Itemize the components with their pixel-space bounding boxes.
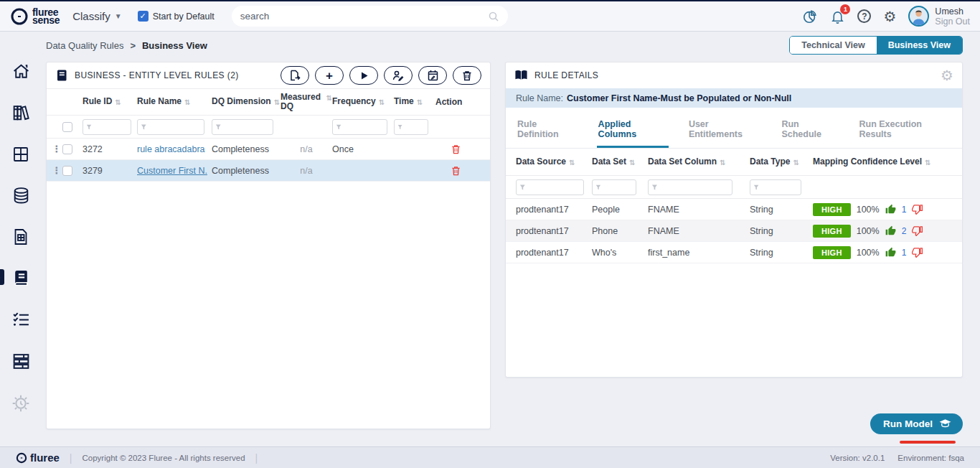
- business-view-button[interactable]: Business View: [877, 37, 962, 54]
- details-settings-icon[interactable]: ⚙: [941, 68, 953, 83]
- usage-chart-icon[interactable]: [802, 9, 818, 24]
- checklist-icon: [11, 310, 31, 329]
- sidebar-item-checklist[interactable]: [11, 310, 31, 329]
- add-rule-button[interactable]: +: [315, 66, 344, 85]
- delete-row-button[interactable]: [435, 144, 476, 154]
- funnel-icon: [141, 123, 147, 131]
- servers-icon: [11, 352, 31, 371]
- start-by-default-checkbox[interactable]: ✓: [138, 11, 149, 22]
- col-rule-id[interactable]: Rule ID: [83, 97, 112, 106]
- mapping-row[interactable]: prodtenant17 Who's first_name String HIG…: [506, 242, 962, 263]
- grid-icon: [11, 145, 30, 164]
- sort-icon[interactable]: ⇅: [274, 98, 280, 107]
- table-row[interactable]: ⋮ 3272 rule abracadabra Completeness n/a…: [47, 139, 490, 160]
- sort-icon[interactable]: ⇅: [184, 98, 190, 107]
- col-data-set-column[interactable]: Data Set Column: [648, 157, 717, 167]
- col-frequency[interactable]: Frequency: [332, 97, 376, 106]
- thumbs-up-icon[interactable]: [885, 247, 896, 258]
- export-button[interactable]: [281, 66, 309, 85]
- sidebar-item-library[interactable]: [11, 103, 31, 123]
- thumbs-up-icon[interactable]: [885, 204, 896, 215]
- sidebar-item-database[interactable]: [11, 186, 31, 205]
- mapping-row[interactable]: prodtenant17 People FNAME String HIGH 10…: [506, 199, 962, 220]
- tab-run-execution-results[interactable]: Run Execution Results: [857, 111, 952, 148]
- sidebar-item-settings-history[interactable]: [11, 393, 31, 413]
- footer: fluree | Copyright © 2023 Fluree - All r…: [0, 446, 980, 468]
- thumbs-down-icon[interactable]: [912, 204, 923, 215]
- filter-time-input[interactable]: [405, 123, 425, 131]
- module-selector[interactable]: Classify ▼: [72, 10, 121, 22]
- help-icon[interactable]: ?: [857, 9, 871, 23]
- sidebar-item-rules-book[interactable]: ›: [11, 268, 31, 288]
- filter-rule-name-input[interactable]: [149, 123, 201, 131]
- row-menu-icon[interactable]: ⋮: [51, 165, 62, 176]
- mapping-row[interactable]: prodtenant17 Phone FNAME String HIGH 100…: [506, 220, 962, 242]
- sort-icon[interactable]: ⇅: [629, 158, 635, 167]
- col-measured-dq[interactable]: Measured DQ: [281, 93, 324, 111]
- row-checkbox[interactable]: [62, 166, 72, 176]
- confidence-badge: HIGH: [813, 225, 851, 238]
- rule-name-link[interactable]: Customer First N.: [137, 166, 212, 176]
- funnel-icon: [753, 184, 759, 191]
- table-row-selected[interactable]: ⋮ 3279 Customer First N. Completeness n/…: [47, 160, 490, 182]
- delete-row-button[interactable]: [435, 166, 476, 176]
- sort-icon[interactable]: ⇅: [720, 158, 725, 167]
- sort-icon[interactable]: ⇅: [379, 98, 385, 107]
- sidebar-item-servers[interactable]: [11, 352, 31, 371]
- technical-view-button[interactable]: Technical View: [790, 37, 876, 54]
- delete-rules-button[interactable]: [453, 66, 481, 85]
- row-menu-icon[interactable]: ⋮: [51, 144, 62, 154]
- play-icon: [359, 71, 369, 80]
- settings-gear-icon[interactable]: ⚙: [883, 9, 896, 24]
- breadcrumb-parent[interactable]: Data Quality Rules: [46, 40, 123, 51]
- filter-data-set-input[interactable]: [603, 183, 633, 192]
- fluree-logo-icon: [10, 7, 29, 26]
- sign-out-link[interactable]: Sign Out: [935, 17, 970, 27]
- avatar[interactable]: [908, 6, 929, 27]
- tab-applied-columns[interactable]: Applied Columns: [597, 111, 669, 148]
- filter-frequency-input[interactable]: [344, 123, 384, 131]
- tab-run-schedule[interactable]: Run Schedule: [780, 111, 839, 148]
- run-model-button[interactable]: Run Model: [870, 413, 963, 434]
- col-time[interactable]: Time: [394, 97, 414, 106]
- notifications-bell-icon[interactable]: 1: [830, 9, 845, 24]
- sort-icon[interactable]: ⇅: [925, 158, 930, 167]
- run-rule-button[interactable]: [349, 66, 378, 85]
- sort-icon[interactable]: ⇅: [793, 158, 798, 167]
- module-label: Classify: [72, 10, 110, 22]
- cell-data-set-column: first_name: [648, 248, 750, 258]
- filter-data-set-column-input[interactable]: [660, 183, 729, 192]
- sort-icon[interactable]: ⇅: [417, 98, 423, 107]
- row-checkbox[interactable]: [62, 144, 72, 154]
- search-input[interactable]: [240, 11, 488, 22]
- cell-measured-dq: n/a: [281, 166, 332, 176]
- sidebar-item-report[interactable]: [11, 228, 30, 246]
- thumbs-down-icon[interactable]: [912, 225, 923, 236]
- col-data-set[interactable]: Data Set: [592, 157, 626, 167]
- col-mapping-confidence[interactable]: Mapping Confidence Level: [813, 157, 922, 167]
- user-edit-icon: [392, 70, 404, 81]
- col-rule-name[interactable]: Rule Name: [137, 97, 182, 106]
- funnel-icon: [651, 184, 658, 191]
- filter-data-type-input[interactable]: [761, 183, 798, 192]
- filter-rule-id-input[interactable]: [94, 123, 128, 131]
- col-dq-dimension[interactable]: DQ Dimension: [212, 97, 271, 106]
- filter-data-source-input[interactable]: [528, 183, 580, 192]
- business-rules-panel: BUSINESS - ENTITY LEVEL RULES (2) +: [46, 62, 491, 429]
- tab-rule-definition[interactable]: Rule Definition: [516, 111, 578, 148]
- sort-icon[interactable]: ⇅: [569, 158, 575, 167]
- thumbs-down-icon[interactable]: [912, 247, 923, 258]
- assign-user-button[interactable]: [384, 66, 413, 85]
- rule-name-link[interactable]: rule abracadabra: [137, 144, 212, 154]
- filter-dq-dimension-input[interactable]: [224, 123, 270, 131]
- thumbs-up-icon[interactable]: [885, 225, 896, 236]
- sidebar-item-grid[interactable]: [11, 145, 30, 164]
- sort-icon[interactable]: ⇅: [326, 93, 332, 103]
- col-data-source[interactable]: Data Source: [516, 157, 566, 167]
- tab-user-entitlements[interactable]: User Entitlements: [687, 111, 762, 148]
- col-data-type[interactable]: Data Type: [750, 157, 790, 167]
- schedule-button[interactable]: [418, 66, 447, 85]
- sidebar-item-home[interactable]: [11, 62, 31, 81]
- select-all-checkbox[interactable]: [62, 122, 72, 132]
- sort-icon[interactable]: ⇅: [115, 98, 121, 107]
